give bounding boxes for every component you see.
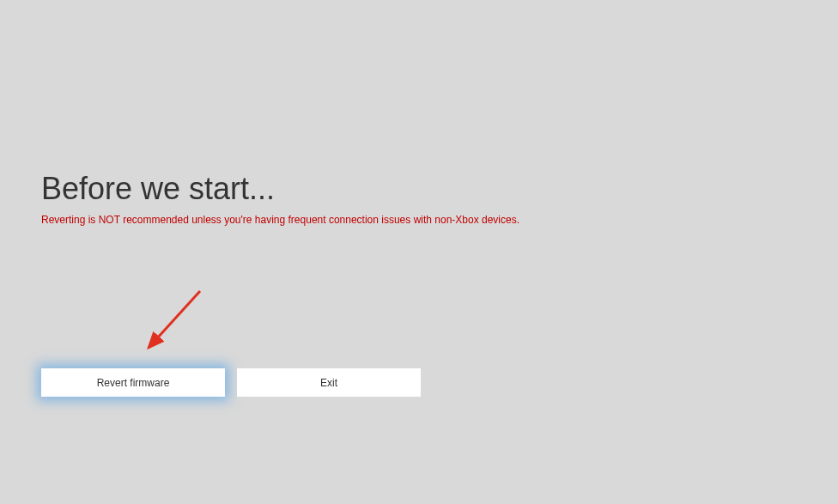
warning-text: Reverting is NOT recommended unless you'… [41,214,519,226]
annotation-arrow-icon [142,289,210,358]
revert-firmware-button[interactable]: Revert firmware [41,368,225,397]
button-row: Revert firmware Exit [41,368,421,397]
dialog-content: Before we start... Reverting is NOT reco… [41,170,519,226]
svg-line-1 [149,291,200,348]
page-title: Before we start... [41,170,519,207]
exit-button[interactable]: Exit [237,368,421,397]
